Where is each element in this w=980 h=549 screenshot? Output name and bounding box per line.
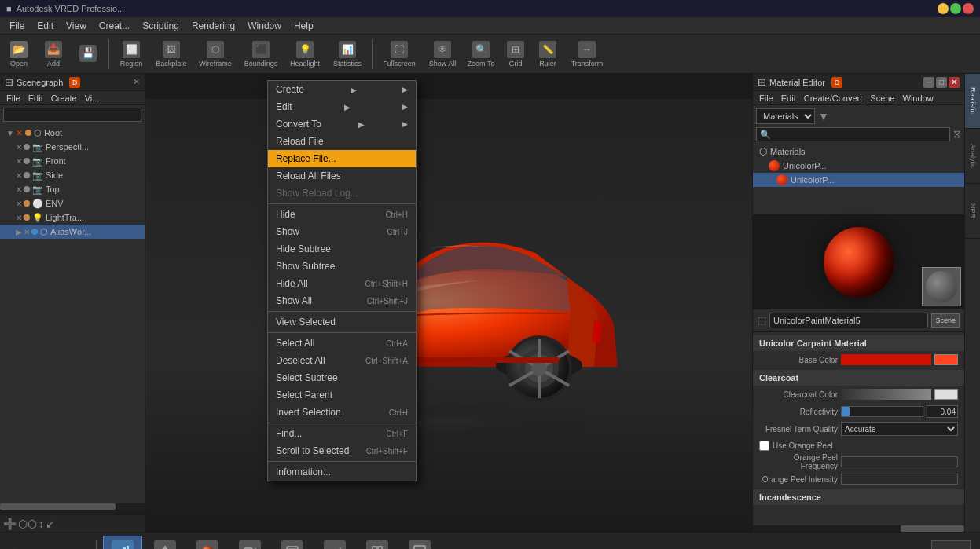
- wireframe-button[interactable]: ⬡ Wireframe: [194, 38, 237, 71]
- prop-section-carpaint-header[interactable]: Unicolor Carpaint Material: [753, 335, 964, 351]
- sg-menu-vi[interactable]: Vi...: [82, 93, 103, 103]
- minimize-button[interactable]: [938, 3, 949, 14]
- mat-item-materials-folder[interactable]: ⬡ Materials: [753, 145, 964, 159]
- bt-render-button[interactable]: Render: [400, 536, 439, 550]
- viewport-scene[interactable]: [145, 99, 752, 532]
- prop-clearcoat-color-bar[interactable]: [841, 389, 931, 400]
- mat-item-unicolor1[interactable]: UnicolorP...: [753, 159, 964, 173]
- mat-filter-btn[interactable]: ⧖: [953, 127, 961, 141]
- cm-select-parent[interactable]: Select Parent: [268, 386, 416, 404]
- sg-item-persp[interactable]: ✕ 📷 Perspecti...: [0, 140, 145, 154]
- sg-expand-root[interactable]: ▼: [6, 129, 14, 137]
- backplate-button[interactable]: 🖼 Backplate: [152, 38, 191, 71]
- mat-menu-window[interactable]: Window: [900, 93, 937, 103]
- cm-scroll-selected[interactable]: Scroll to Selected Ctrl+Shift+F: [268, 442, 416, 459]
- sg-link-icon[interactable]: ⬡⬡: [18, 518, 37, 530]
- sg-item-light[interactable]: ✕ 💡 LightTra...: [0, 210, 145, 225]
- cm-show-all[interactable]: Show All Ctrl+Shift+J: [268, 292, 416, 309]
- mat-scrollbar[interactable]: [753, 525, 964, 532]
- ruler-button[interactable]: 📏 Ruler: [533, 38, 563, 71]
- mat-filter-icon[interactable]: ▼: [818, 110, 829, 123]
- bt-transform-button[interactable]: Transform: [145, 536, 185, 550]
- sg-item-top[interactable]: ✕ 📷 Top: [0, 182, 145, 196]
- mat-type-dropdown[interactable]: Materials: [756, 108, 815, 124]
- prop-reflectivity-slider[interactable]: [841, 406, 923, 417]
- save-button[interactable]: 💾: [72, 38, 104, 71]
- prop-reflectivity-value[interactable]: [927, 405, 958, 418]
- menu-file[interactable]: File: [3, 19, 31, 33]
- add-button[interactable]: 📥 Add: [38, 38, 69, 71]
- mat-menu-edit[interactable]: Edit: [778, 93, 799, 103]
- prop-base-color-swatch[interactable]: [934, 354, 958, 365]
- cm-create[interactable]: Create ▶: [268, 81, 416, 98]
- cm-view-selected[interactable]: View Selected: [268, 313, 416, 331]
- cm-deselect-all[interactable]: Deselect All Ctrl+Shift+A: [268, 352, 416, 369]
- mat-scene-button[interactable]: Scene: [931, 313, 960, 328]
- vtab-analytic[interactable]: Analytic: [965, 129, 980, 184]
- showall-button[interactable]: 👁 Show All: [424, 38, 461, 71]
- sg-menu-file[interactable]: File: [3, 93, 24, 103]
- bt-cameras-button[interactable]: Cameras: [230, 536, 270, 550]
- cm-select-all[interactable]: Select All Ctrl+A: [268, 335, 416, 352]
- boundings-button[interactable]: ⬛ Boundings: [240, 38, 282, 71]
- sg-unlink-icon[interactable]: ↕: [39, 518, 44, 530]
- cm-show[interactable]: Show Ctrl+J: [268, 223, 416, 240]
- sg-expand-alias[interactable]: ▶: [16, 228, 22, 236]
- fullscreen-button[interactable]: ⛶ Fullscreen: [377, 38, 421, 71]
- cm-select-subtree[interactable]: Select Subtree: [268, 369, 416, 386]
- cm-edit[interactable]: Edit ▶: [268, 98, 416, 115]
- sg-menu-create[interactable]: Create: [48, 93, 80, 103]
- open-button[interactable]: 📂 Open: [3, 38, 35, 71]
- cm-invert-selection[interactable]: Invert Selection Ctrl+I: [268, 404, 416, 421]
- menu-edit[interactable]: Edit: [31, 19, 60, 33]
- sg-scrollbar[interactable]: [0, 503, 145, 510]
- sg-move-icon[interactable]: ↙: [46, 518, 55, 530]
- vtab-npr[interactable]: NPR: [965, 184, 980, 239]
- mat-maximize-button[interactable]: □: [936, 77, 947, 88]
- menu-create[interactable]: Creat...: [93, 19, 136, 33]
- sg-item-alias[interactable]: ▶ ✕ ⬡ AliasWor...: [0, 225, 145, 239]
- sg-item-side[interactable]: ✕ 📷 Side: [0, 168, 145, 182]
- menu-rendering[interactable]: Rendering: [185, 19, 241, 33]
- grid-button[interactable]: ⊞ Grid: [501, 38, 530, 71]
- headlight-button[interactable]: 💡 Headlight: [285, 38, 325, 71]
- cm-hide[interactable]: Hide Ctrl+H: [268, 206, 416, 223]
- menu-scripting[interactable]: Scripting: [136, 19, 185, 33]
- menu-view[interactable]: View: [60, 19, 93, 33]
- cm-replace-file[interactable]: Replace File...: [268, 150, 416, 167]
- sg-add-icon[interactable]: ➕: [3, 518, 17, 530]
- cm-hide-all[interactable]: Hide All Ctrl+Shift+H: [268, 275, 416, 292]
- sg-item-root[interactable]: ▼ ✕ ⬡ Root: [0, 126, 145, 140]
- mat-menu-scene[interactable]: Scene: [867, 93, 897, 103]
- titlebar-right[interactable]: [938, 3, 974, 14]
- bt-curves-button[interactable]: Curves: [315, 536, 354, 550]
- prop-fresnel-dropdown[interactable]: Accurate: [841, 422, 958, 436]
- sg-close-icon[interactable]: ✕: [133, 77, 140, 87]
- close-button[interactable]: [963, 3, 974, 14]
- cm-information[interactable]: Information...: [268, 463, 416, 481]
- region-button[interactable]: ⬜ Region: [114, 38, 149, 71]
- bt-materials-button[interactable]: Materials: [188, 536, 227, 550]
- prop-clearcoat-swatch[interactable]: [934, 389, 958, 400]
- scenegraph-search[interactable]: [3, 108, 141, 122]
- bt-clips-button[interactable]: Clips: [273, 536, 312, 550]
- mat-menu-create[interactable]: Create/Convert: [801, 93, 866, 103]
- menu-help[interactable]: Help: [288, 19, 320, 33]
- prop-op-freq-slider[interactable]: [841, 456, 958, 467]
- prop-orange-peel-checkbox[interactable]: [759, 441, 769, 451]
- sg-x-persp[interactable]: ✕: [16, 143, 22, 152]
- mat-search-input[interactable]: [756, 127, 950, 141]
- maximize-button[interactable]: [950, 3, 961, 14]
- mat-item-unicolor2[interactable]: UnicolorP...: [753, 173, 964, 187]
- sg-item-env[interactable]: ✕ ⚪ ENV: [0, 196, 145, 210]
- mat-minimize-button[interactable]: ─: [923, 77, 934, 88]
- prop-section-clearcoat-header[interactable]: Clearcoat: [753, 370, 964, 386]
- mat-menu-file[interactable]: File: [756, 93, 776, 103]
- cm-hide-subtree[interactable]: Hide Subtree: [268, 240, 416, 258]
- bt-graph-button[interactable]: Graph: [103, 536, 142, 550]
- prop-base-color-bar[interactable]: [841, 354, 931, 365]
- bt-vsets-button[interactable]: VSets: [358, 536, 397, 550]
- statistics-button[interactable]: 📊 Statistics: [328, 38, 367, 71]
- mat-small-preview[interactable]: [922, 267, 961, 306]
- cm-show-subtree[interactable]: Show Subtree: [268, 258, 416, 275]
